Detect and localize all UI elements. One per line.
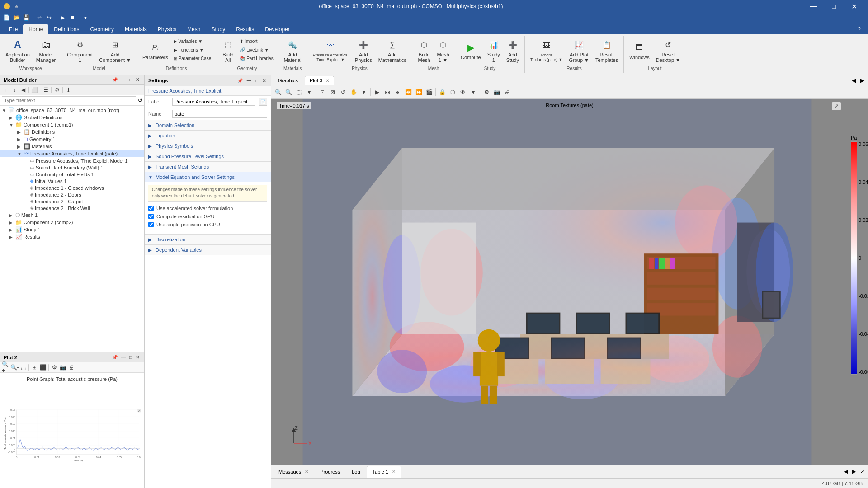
- parameter-case-btn[interactable]: ⊞ Parameter Case: [172, 54, 213, 62]
- tree-item-mat1[interactable]: ▶ 🔲 Materials: [0, 143, 144, 150]
- gfx-print[interactable]: 🖨: [502, 87, 512, 97]
- bottom-tabs-expand[interactable]: ⤢: [859, 468, 866, 475]
- qat-new[interactable]: 📄: [2, 13, 11, 22]
- tab-results[interactable]: Results: [231, 24, 259, 34]
- accordion-spl-header[interactable]: ▶ Sound Pressure Level Settings: [145, 151, 271, 161]
- accordion-equation-header[interactable]: ▶ Equation: [145, 131, 271, 141]
- gfx-camera[interactable]: 📷: [492, 87, 502, 97]
- plot3-tab-close[interactable]: ✕: [326, 78, 329, 83]
- import-btn[interactable]: ⬆ Import: [238, 37, 275, 45]
- result-templates-btn[interactable]: 📋 ResultTemplates: [593, 37, 621, 64]
- plot2-zoom-out[interactable]: 🔍-: [10, 363, 19, 371]
- plot2-min-btn[interactable]: —: [120, 354, 127, 360]
- label-file-btn[interactable]: 📄: [259, 98, 267, 106]
- gfx-first[interactable]: ⏪: [403, 87, 413, 97]
- tree-item-results[interactable]: ▶ 📈 Results: [0, 233, 144, 240]
- variables-btn[interactable]: ▶ Variables ▼: [172, 37, 213, 45]
- tab-mesh[interactable]: Mesh: [182, 24, 206, 34]
- gfx-visibility[interactable]: 👁: [458, 87, 468, 97]
- tree-item-shb1[interactable]: ▭ Sound Hard Boundary (Wall) 1: [0, 164, 144, 171]
- add-physics-btn[interactable]: ➕ AddPhysics: [352, 37, 375, 64]
- settings-pin-btn[interactable]: 📌: [236, 78, 244, 84]
- accordion-discretization-header[interactable]: ▶ Discretization: [145, 235, 271, 244]
- tab-file[interactable]: File: [4, 24, 23, 34]
- plot2-max-btn[interactable]: □: [128, 354, 133, 360]
- tree-item-defs[interactable]: ▶ 📋 Definitions: [0, 128, 144, 136]
- qat-redo[interactable]: ↪: [45, 13, 54, 22]
- label-input[interactable]: [172, 98, 255, 106]
- tab-materials[interactable]: Materials: [119, 24, 152, 34]
- tree-item-comp2[interactable]: ▶ 📁 Component 2 (comp2): [0, 219, 144, 226]
- plot2-zoom-in[interactable]: 🔍+: [2, 363, 10, 371]
- gfx-step-back[interactable]: ⏮: [382, 87, 392, 97]
- tree-item-study1[interactable]: ▶ 📊 Study 1: [0, 226, 144, 233]
- gfx-play[interactable]: ▶: [372, 87, 382, 97]
- gfx-zoom-in[interactable]: 🔍: [273, 87, 283, 97]
- gfx-zoom-dropdown[interactable]: ▼: [304, 87, 314, 97]
- plot2-pin-btn[interactable]: 📌: [111, 354, 119, 360]
- graphics-next-btn[interactable]: ▶: [859, 76, 866, 84]
- room-textures-btn[interactable]: 🖼 RoomTextures (pate) ▼: [528, 37, 565, 64]
- accordion-domain-header[interactable]: ▶ Domain Selection: [145, 120, 271, 130]
- component1-btn[interactable]: ⚙ Component1: [64, 37, 95, 64]
- bottom-tabs-prev[interactable]: ◀: [842, 468, 849, 475]
- application-builder-btn[interactable]: A ApplicationBuilder: [3, 37, 33, 64]
- reset-desktop-btn[interactable]: ↺ ResetDesktop ▼: [653, 37, 683, 64]
- graphics-prev-btn[interactable]: ◀: [850, 76, 858, 84]
- search-refresh-btn[interactable]: ↺: [138, 97, 142, 103]
- gfx-orbit-dropdown[interactable]: ▼: [359, 87, 369, 97]
- plot2-settings[interactable]: ⚙: [50, 363, 58, 371]
- tab-table1[interactable]: Table 1 ✕: [367, 466, 401, 478]
- gfx-lock[interactable]: 🔒: [437, 87, 447, 97]
- gfx-settings[interactable]: ⚙: [481, 87, 491, 97]
- gfx-vis-dropdown[interactable]: ▼: [468, 87, 478, 97]
- tree-item-pate[interactable]: ▼ 〰 Pressure Acoustics, Time Explicit (p…: [0, 150, 144, 157]
- tree-item-root[interactable]: ▼ 📄 office_space_63_30T0_N4_ma_out.mph (…: [0, 107, 144, 114]
- accelerated-checkbox[interactable]: [148, 206, 154, 211]
- tree-item-imp1[interactable]: ◈ Impedance 1 - Closed windows: [0, 184, 144, 191]
- gfx-select-all[interactable]: ⬡: [448, 87, 458, 97]
- model-manager-btn[interactable]: 🗂 ModelManager: [33, 37, 58, 64]
- tab-progress[interactable]: Progress: [315, 466, 345, 478]
- tab-definitions[interactable]: Definitions: [48, 24, 85, 34]
- mb-close-btn[interactable]: ✕: [134, 77, 141, 83]
- plot2-close-btn[interactable]: ✕: [134, 354, 141, 360]
- build-mesh-btn[interactable]: ⬡ BuildMesh: [415, 37, 433, 64]
- settings-min-btn[interactable]: —: [245, 78, 253, 84]
- study1-btn[interactable]: 📊 Study1: [485, 37, 503, 64]
- plot2-table[interactable]: ⊞: [30, 363, 38, 371]
- tree-item-imp2[interactable]: ◈ Impedance 2 - Doors: [0, 191, 144, 198]
- qat-undo[interactable]: ↩: [35, 13, 44, 22]
- gfx-pan[interactable]: ✋: [349, 87, 359, 97]
- graphics-area[interactable]: Time=0.017 s Room Textures (pate) ⤢ Pa 0…: [271, 99, 868, 465]
- tab-log[interactable]: Log: [346, 466, 365, 478]
- gfx-step-fwd[interactable]: ⏭: [393, 87, 403, 97]
- tree-item-patem1[interactable]: ▭ Pressure Acoustics, Time Explicit Mode…: [0, 157, 144, 164]
- tree-item-comp1[interactable]: ▼ 📁 Component 1 (comp1): [0, 121, 144, 128]
- pressure-acoustics-btn[interactable]: 〰 Pressure Acoustics,Time Explicit ▼: [310, 37, 351, 64]
- build-all-btn[interactable]: ⬚ BuildAll: [219, 37, 237, 64]
- add-mathematics-btn[interactable]: ∑ AddMathematics: [376, 37, 409, 64]
- gfx-last[interactable]: ⏩: [414, 87, 424, 97]
- tree-item-global[interactable]: ▶ 🌐 Global Definitions: [0, 114, 144, 121]
- messages-tab-close[interactable]: ✕: [305, 469, 308, 474]
- plot2-bar[interactable]: ⬛: [39, 363, 47, 371]
- gfx-zoom-out[interactable]: 🔍: [283, 87, 293, 97]
- qat-save[interactable]: 💾: [22, 13, 31, 22]
- add-component-btn[interactable]: ⊞ AddComponent ▼: [96, 37, 134, 64]
- tree-item-mesh1[interactable]: ▶ ⬡ Mesh 1: [0, 211, 144, 219]
- accordion-solver-header[interactable]: ▼ Model Equation and Solver Settings: [145, 172, 271, 182]
- gfx-frame-sel[interactable]: ⊠: [328, 87, 338, 97]
- accordion-dep-vars-header[interactable]: ▶ Dependent Variables: [145, 245, 271, 255]
- bottom-tabs-next[interactable]: ▶: [850, 468, 858, 475]
- gfx-rotate[interactable]: ↺: [338, 87, 348, 97]
- close-btn[interactable]: ✕: [844, 0, 864, 13]
- mb-back-btn[interactable]: ◀: [19, 86, 27, 94]
- help-btn[interactable]: ?: [854, 24, 864, 34]
- graphics-tab-plot3[interactable]: Plot 3 ✕: [305, 76, 334, 85]
- tab-messages[interactable]: Messages ✕: [273, 466, 314, 478]
- maximize-btn[interactable]: □: [824, 0, 844, 13]
- mb-max-btn[interactable]: □: [128, 77, 133, 83]
- tab-geometry[interactable]: Geometry: [85, 24, 119, 34]
- plot2-print[interactable]: 🖨: [67, 363, 75, 371]
